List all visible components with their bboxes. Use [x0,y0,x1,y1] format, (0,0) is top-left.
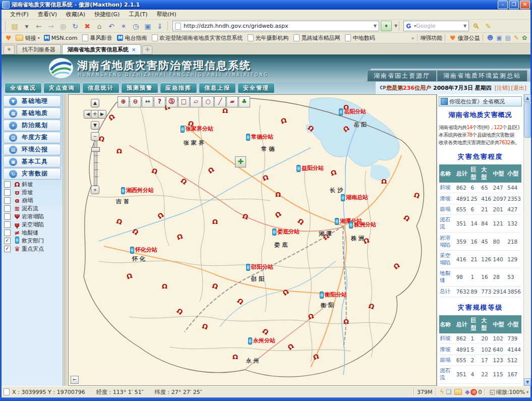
title-bar[interactable]: 湖南省地质灾害信息系统 - 傲游(Maxthon) 2.1.1 – ❐ ✕ [0,0,532,10]
menu-item-5[interactable]: 帮助(H) [152,10,181,19]
station-湘西州分站[interactable]: 湘西州分站 [121,187,154,194]
menu-item-3[interactable]: 快捷组(G) [90,10,124,19]
stop-icon[interactable]: ✖ [82,21,93,31]
station-marker-icon[interactable] [349,221,353,228]
station-marker-icon[interactable] [246,134,250,141]
layer-checkbox[interactable] [4,230,11,236]
minimize-button[interactable]: – [498,1,508,9]
page-dropdown-icon[interactable]: ◎ [57,21,69,31]
nav-tab-2[interactable]: 信息统计 [82,83,120,93]
layer-checkbox[interactable] [4,205,11,212]
highlighter-icon[interactable]: ✎ [483,21,494,31]
station-marker-icon[interactable] [121,187,125,194]
resize-icon[interactable]: ◱ [489,388,495,395]
search-box[interactable]: G ▾ Google ▼ [403,21,469,31]
tab-close-icon[interactable]: × [132,47,136,52]
go-dropdown-icon[interactable]: ▼ [394,24,397,28]
station-marker-icon[interactable] [272,228,276,236]
zoom-out-button[interactable]: ⊖ [130,96,141,107]
scroll-down-icon[interactable]: ▼ [524,378,531,386]
banner-link-0[interactable]: 湖南省国土资源厅 [367,70,437,82]
pan-up-button[interactable]: ▲ [91,99,99,107]
toolbar-grip3[interactable] [399,22,401,31]
plugin-icon[interactable]: ✿ [522,34,527,41]
home-icon[interactable]: ⌂ [94,21,105,31]
layer-checkbox[interactable] [4,189,11,196]
new-tab-button[interactable]: ✚ [142,45,152,54]
history-clock-icon[interactable]: ◷ [130,21,141,31]
map-back-button[interactable]: ← [71,376,79,384]
sidebar-section-3[interactable]: ▤年度方案 [3,132,61,143]
window-icon[interactable]: ▣ [142,21,153,31]
station-marker-icon[interactable] [181,126,185,133]
layer-checkbox[interactable] [4,181,11,188]
windows-icon[interactable]: ❏ [446,388,451,395]
draw-line-button[interactable]: ╱ [214,96,226,107]
link-item-5[interactable]: 觅路城市精品网 [293,34,340,42]
address-bar[interactable]: ▼ [172,21,379,31]
forward-icon[interactable]: → [45,21,56,31]
layer-checkbox[interactable]: ✓ [4,238,11,244]
menu-item-1[interactable]: 查看(V) [33,10,62,19]
toolbar-grip2[interactable] [167,22,169,31]
pan-right-button[interactable]: ▶ [98,110,106,119]
eraser-button[interactable]: ▰ [226,96,238,107]
station-怀化分站[interactable]: 怀化分站 [130,246,157,254]
gem-icon[interactable]: ◆ [465,388,469,395]
close-button[interactable]: ✕ [520,1,530,9]
logout-link[interactable]: [注销] [495,84,510,92]
station-永州分站[interactable]: 永州分站 [248,337,275,345]
map-add-button[interactable]: ✚ [235,156,246,167]
brush-icon[interactable]: ✎ [514,34,519,41]
tab-1[interactable]: 湖南省地质灾害信息系统× [62,44,141,54]
nav-tab-0[interactable]: 全省概况 [5,83,42,93]
nav-tab-1[interactable]: 灾点查询 [43,83,81,93]
station-marker-icon[interactable] [341,194,345,201]
favorites-star-icon[interactable]: ★ [4,45,15,54]
user-icon[interactable]: ☻ [487,34,494,41]
address-input[interactable] [183,22,372,30]
station-marker-icon[interactable] [339,108,343,116]
link-item-6[interactable]: 中地数码 [345,34,375,42]
zoom-dropdown-icon[interactable]: ▾ [526,390,528,394]
go-button[interactable]: ➧ [381,21,392,31]
toolbar-grip[interactable] [5,22,7,31]
full-extent-button[interactable]: Ⓢ [166,96,178,107]
download-icon[interactable]: ⇓ [154,21,165,31]
layer-checkbox[interactable] [4,213,11,220]
address-dropdown-icon[interactable]: ▼ [374,24,377,28]
filter-wand-icon[interactable]: ✶ [118,21,129,31]
charity-link[interactable]: 傲游公益 [458,34,480,42]
nav-tab-3[interactable]: 预测预警 [121,83,158,93]
station-张家界分站[interactable]: 张家界分站 [181,125,213,133]
links-folder-icon[interactable] [16,35,23,41]
back-icon[interactable]: ← [33,21,44,31]
menu-item-0[interactable]: 文件(F) [6,10,33,19]
window-tray-icon[interactable]: ▣ [496,34,502,41]
station-常德分站[interactable]: 常德分站 [246,133,273,141]
station-岳阳分站[interactable]: 岳阳分站 [339,108,366,116]
select-polygon-button[interactable]: ▱ [190,96,202,107]
station-衡阳分站[interactable]: 衡阳分站 [320,291,347,299]
station-邵阳分站[interactable]: 邵阳分站 [246,263,273,271]
boost-lightning-icon[interactable]: ϟ [440,388,444,395]
link-item-2[interactable]: M电台指南 [117,34,147,42]
sidebar-section-2[interactable]: ✦防治规划 [3,120,61,131]
menu-item-4[interactable]: 工具(T) [124,10,152,19]
refresh-icon[interactable]: ↻ [70,21,81,31]
layer-checkbox[interactable] [4,197,11,204]
nav-tab-5[interactable]: 信息上报 [199,83,236,93]
sidebar-section-1[interactable]: ▦基础地质 [3,107,61,119]
station-marker-icon[interactable] [320,292,324,299]
select-rect-button[interactable]: □ [178,96,190,107]
links-label[interactable]: 链接 [25,34,36,42]
zoom-slider-minus-button[interactable]: − [91,132,99,141]
select-circle-button[interactable]: ○ [202,96,214,107]
station-marker-icon[interactable] [335,218,339,225]
search-icon[interactable]: 🔍︎ [470,21,482,31]
zoom-slider-plus-button[interactable]: + [91,186,99,194]
sidebar-section-5[interactable]: ▣基本工具 [3,156,61,167]
zoom-value[interactable]: 100% [509,389,525,395]
undo-icon[interactable]: ↶ [106,21,117,31]
station-marker-icon[interactable] [297,165,301,172]
